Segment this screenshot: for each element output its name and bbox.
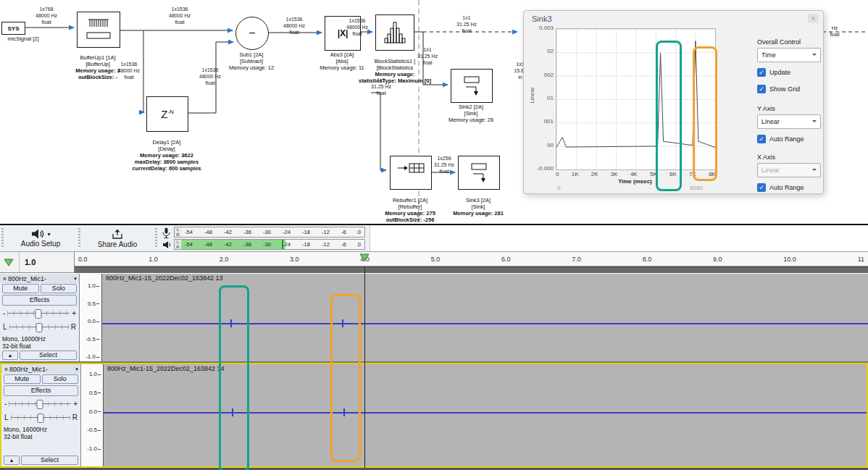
- gain-slider-thumb[interactable]: [36, 309, 42, 319]
- gain-slider-track[interactable]: [7, 309, 70, 318]
- meter-scale-number: -36: [243, 241, 251, 248]
- domain-select[interactable]: Time: [757, 48, 821, 62]
- scale-label: -1.0: [87, 446, 101, 452]
- speaker-icon: [30, 229, 45, 239]
- vertical-scale-ruler[interactable]: 1.00.50.0-0.5-1.0: [80, 274, 102, 361]
- timeline-scrub-bar[interactable]: [75, 267, 868, 273]
- pan-slider-track[interactable]: [11, 413, 70, 422]
- audacity-toolbar: ▾ Audio Setup Share Audio: [0, 225, 868, 252]
- sink3-window: Sink3 x Linear 0.003020020100100-0.000 0…: [523, 10, 824, 194]
- recording-meter[interactable]: LR -54-48-42-36-30-24-18-12-60: [174, 227, 365, 238]
- clip-title[interactable]: 800Hz_Mic1-15_2022Dec02_163842 14: [107, 365, 225, 372]
- block-delay[interactable]: Z-N: [146, 96, 188, 132]
- select-button[interactable]: Select: [21, 456, 78, 465]
- pan-slider-thumb[interactable]: [37, 414, 43, 423]
- gain-slider-thumb[interactable]: [37, 400, 43, 409]
- track-menu-caret-icon[interactable]: ▼: [75, 367, 79, 372]
- toolbar-grip[interactable]: [78, 228, 80, 248]
- toolbar-grip[interactable]: [155, 228, 157, 248]
- block-sys[interactable]: SYS: [1, 22, 25, 35]
- playback-meter-bars: -54-48-42-36-30-24-18-12-60: [181, 240, 364, 249]
- track-header[interactable]: × 800Hz_Mic1- ▼: [0, 274, 79, 283]
- close-icon[interactable]: x: [808, 14, 819, 23]
- x-tick-label: 1K: [572, 171, 579, 177]
- block-subtract[interactable]: −: [235, 17, 269, 50]
- y-auto-range-checkbox[interactable]: ✓ Auto Range: [757, 135, 821, 143]
- gain-slider[interactable]: - +: [1, 397, 80, 411]
- waveform-area[interactable]: 800Hz_Mic1-15_2022Dec02_163842 14: [104, 364, 867, 466]
- signal-label: 1x1536 48000 Hz float: [159, 6, 200, 25]
- x-tick-label: 7K: [689, 171, 696, 177]
- track-format-info: Mono, 16000Hz 32-bit float: [1, 424, 80, 440]
- solo-button[interactable]: Solo: [41, 284, 78, 293]
- x-tick-label: 4K: [630, 171, 638, 177]
- sink3-window-title: Sink3: [532, 14, 552, 23]
- track-divider: [0, 361, 868, 363]
- update-checkbox[interactable]: ✓ Update: [757, 68, 821, 77]
- mute-button[interactable]: Mute: [4, 374, 41, 384]
- meter-scale-number: -24: [283, 241, 291, 248]
- close-track-icon[interactable]: ×: [3, 366, 9, 373]
- x-axis-label: Time (msec): [556, 178, 714, 185]
- y-tick-label: 00: [547, 142, 554, 148]
- bufferup-icon: [83, 17, 114, 43]
- pan-slider[interactable]: L R: [0, 320, 79, 334]
- block-sink2[interactable]: [451, 69, 493, 103]
- track-menu-caret-icon[interactable]: ▼: [73, 277, 78, 281]
- collapse-button[interactable]: ▲: [4, 456, 20, 465]
- meter-scale-number: -30: [263, 241, 271, 248]
- pan-slider-track[interactable]: [9, 322, 69, 332]
- x-tick-label: 8K: [709, 171, 716, 177]
- histogram-icon: [379, 18, 411, 47]
- x-auto-range-checkbox[interactable]: ✓ Auto Range: [757, 183, 821, 192]
- y-tick-label: 0.003: [539, 25, 554, 31]
- y-scale-select[interactable]: Linear: [757, 114, 821, 129]
- timeline-tick-label: 6.0: [501, 256, 511, 263]
- waveform-pulse: [232, 408, 233, 416]
- mute-button[interactable]: Mute: [2, 284, 39, 293]
- pan-slider[interactable]: L R: [1, 411, 80, 424]
- track-title[interactable]: 800Hz_Mic1-: [9, 366, 75, 373]
- y-tick-label: 002: [544, 72, 554, 78]
- close-track-icon[interactable]: ×: [1, 275, 8, 282]
- toolbar-grip[interactable]: [1, 228, 4, 248]
- selection-marker-icon[interactable]: [4, 259, 14, 267]
- share-audio-button[interactable]: Share Audio: [81, 226, 154, 251]
- audio-setup-button[interactable]: ▾ Audio Setup: [6, 226, 75, 251]
- collapse-button[interactable]: ▲: [2, 351, 18, 360]
- clip-title[interactable]: 800Hz_Mic1-15_2022Dec02_163842 13: [106, 274, 223, 282]
- overall-control-label: Overall Control: [757, 38, 821, 46]
- effects-button[interactable]: Effects: [2, 295, 77, 306]
- scale-label: 0.5: [89, 390, 101, 396]
- scale-label: -0.5: [87, 427, 101, 433]
- meter-scale-number: -48: [204, 229, 212, 235]
- subtract-icon: −: [249, 27, 255, 40]
- gain-slider[interactable]: - +: [0, 306, 79, 320]
- sink-icon: [457, 74, 486, 98]
- pan-slider-thumb[interactable]: [36, 323, 42, 332]
- track-header[interactable]: × 800Hz_Mic1- ▼: [1, 364, 80, 374]
- solo-button[interactable]: Solo: [42, 374, 79, 384]
- show-grid-checkbox[interactable]: ✓ Show Grid: [757, 85, 821, 93]
- select-button[interactable]: Select: [20, 351, 77, 360]
- timeline-ruler[interactable]: 0.01.02.03.04.05.06.07.08.09.010.011: [75, 252, 868, 267]
- block-blockstatistics[interactable]: [375, 14, 414, 51]
- playback-meter[interactable]: LR -54-48-42-36-30-24-18-12-60: [174, 239, 365, 250]
- meter-channel-labels: LR: [175, 240, 181, 249]
- gain-slider-track[interactable]: [9, 399, 71, 408]
- vertical-scale-ruler[interactable]: 1.00.50.0-0.5-1.0: [81, 364, 104, 466]
- meter-scale-number: -6: [341, 229, 346, 235]
- playhead-marker-icon[interactable]: [359, 253, 370, 261]
- effects-button[interactable]: Effects: [4, 385, 78, 396]
- signal-label: 1x1536 48000 Hz float: [338, 17, 377, 37]
- waveform-area[interactable]: 800Hz_Mic1-15_2022Dec02_163842 13: [102, 274, 868, 361]
- meter-scale-number: -30: [263, 229, 271, 235]
- x-scale-select[interactable]: Linear: [757, 163, 821, 177]
- waveform-zero-line: [104, 412, 867, 414]
- checkbox-check-icon: ✓: [757, 85, 766, 93]
- block-sink3[interactable]: [458, 156, 500, 190]
- x-axis-range: 0 8160: [556, 185, 714, 191]
- block-bufferup[interactable]: [77, 12, 120, 48]
- track-title[interactable]: 800Hz_Mic1-: [8, 275, 73, 282]
- timeline-tick-label: 10.0: [783, 256, 796, 263]
